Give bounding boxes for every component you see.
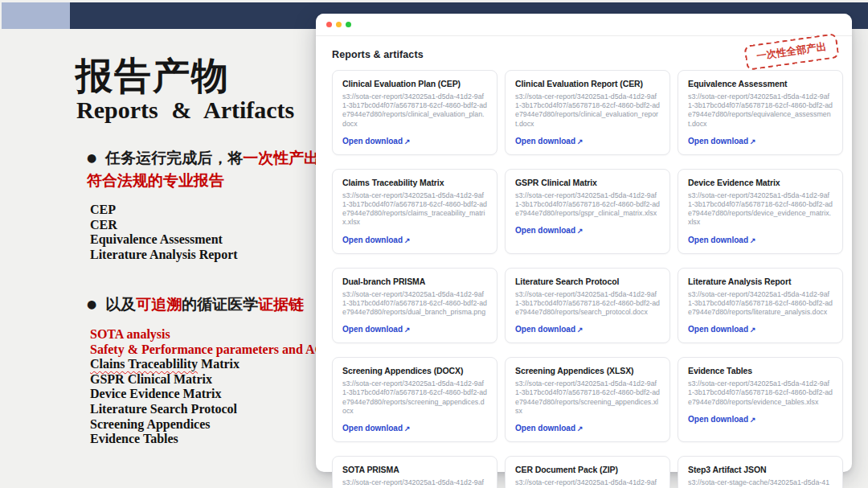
evidence-chain-list: SOTA analysisSafety & Performance parame… (90, 327, 324, 447)
external-link-icon: ↗ (577, 137, 583, 146)
window-close-button[interactable] (326, 22, 332, 27)
artifact-title: Device Evidence Matrix (688, 178, 833, 188)
artifact-title: Clinical Evaluation Plan (CEP) (342, 79, 487, 89)
evidence-item-label: Matrix (198, 357, 240, 371)
artifact-title: Screening Appendices (XLSX) (515, 366, 660, 376)
artifact-title: Step3 Artifact JSON (688, 465, 833, 475)
evidence-item: Evidence Tables (90, 432, 324, 447)
accent-bar-light (2, 2, 70, 29)
artifact-title: Claims Traceability Matrix (342, 178, 487, 188)
external-link-icon: ↗ (404, 137, 411, 146)
artifact-card: Screening Appendices (XLSX) s3://sota-ce… (505, 357, 670, 442)
artifact-s3-path: s3://sota-cer-report/342025a1-d5da-41d2-… (688, 290, 833, 318)
open-download-link[interactable]: Open download↗ (688, 236, 756, 244)
artifact-title: Evidence Tables (688, 366, 833, 376)
artifact-title: GSPR Clinical Matrix (515, 178, 660, 188)
bullet-point-evidence: ●以及可追溯的循证医学证据链 (87, 293, 344, 315)
artifact-s3-path: s3://sota-cer-report/342025a1-d5da-41d2-… (342, 191, 487, 228)
artifact-s3-path: s3://sota-cer-report/342025a1-d5da-41d2-… (342, 92, 487, 129)
evidence-item: Screening Appendices (90, 417, 324, 433)
external-link-icon: ↗ (577, 424, 583, 433)
open-download-label: Open download (342, 137, 403, 146)
misspelled-text: Clains Traceablility (90, 357, 198, 371)
window-titlebar (316, 14, 852, 36)
open-download-label: Open download (515, 226, 575, 235)
artifact-card: SOTA PRISMA s3://sota-cer-report/342025a… (332, 456, 497, 488)
artifact-s3-path: s3://sota-cer-report/342025a1-d5da-41d2-… (342, 290, 487, 318)
cards-grid: Clinical Evaluation Plan (CEP) s3://sota… (332, 70, 840, 488)
open-download-link[interactable]: Open download↗ (515, 226, 583, 235)
open-download-label: Open download (342, 325, 403, 334)
evidence-item: Safety & Performance parameters and AC (90, 342, 324, 358)
artifact-s3-path: s3://sota-cer-report/342025a1-d5da-41d2-… (515, 478, 660, 488)
artifact-s3-path: s3://sota-cer-report/342025a1-d5da-41d2-… (688, 191, 833, 228)
open-download-label: Open download (342, 236, 403, 244)
window-body: Reports & artifacts 一次性全部产出 Clinical Eva… (316, 36, 852, 488)
page-title-en: Reports & Artifacts (76, 96, 294, 124)
open-download-link[interactable]: Open download↗ (342, 325, 411, 334)
bullet-icon: ● (87, 297, 96, 310)
slide: 报告产物 Reports & Artifacts ●任务运行完成后，将一次性产出… (0, 0, 868, 488)
open-download-label: Open download (515, 137, 575, 146)
deliverable-item: CEP (90, 203, 238, 218)
artifact-s3-path: s3://sota-cer-report/342025a1-d5da-41d2-… (688, 92, 833, 129)
bullet1-highlight: 一次性产出 (243, 149, 319, 166)
evidence-item: SOTA analysis (90, 327, 324, 342)
open-download-label: Open download (688, 236, 748, 244)
deliverable-item: Literature Analysis Report (90, 248, 238, 263)
artifact-title: Clinical Evaluation Report (CER) (515, 79, 660, 89)
artifact-card: Clinical Evaluation Report (CER) s3://so… (505, 70, 670, 155)
artifact-s3-path: s3://sota-cer-report/342025a1-d5da-41d2-… (515, 290, 660, 318)
bullet2-text2: 的循证医学 (182, 295, 258, 313)
open-download-link[interactable]: Open download↗ (342, 137, 411, 146)
bullet1-line2: 符合法规的专业报告 (87, 171, 224, 189)
artifact-card: Evidence Tables s3://sota-cer-report/342… (678, 357, 843, 442)
open-download-link[interactable]: Open download↗ (342, 424, 411, 433)
external-link-icon: ↗ (577, 227, 583, 235)
artifact-title: CER Document Pack (ZIP) (515, 465, 660, 475)
external-link-icon: ↗ (750, 326, 756, 334)
artifact-card: Claims Traceability Matrix s3://sota-cer… (332, 169, 497, 254)
artifact-s3-path: s3://sota-cer-report/342025a1-d5da-41d2-… (342, 478, 487, 488)
open-download-link[interactable]: Open download↗ (515, 137, 583, 146)
open-download-label: Open download (688, 325, 748, 334)
window-minimize-button[interactable] (336, 22, 342, 27)
artifact-card: Clinical Evaluation Plan (CEP) s3://sota… (332, 70, 497, 155)
page-title-zh: 报告产物 (76, 51, 230, 101)
bullet2-text1: 以及 (105, 295, 136, 313)
window-zoom-button[interactable] (346, 22, 351, 27)
open-download-link[interactable]: Open download↗ (515, 325, 583, 334)
evidence-item: Literature Search Protocol (90, 402, 324, 417)
artifact-s3-path: s3://sota-cer-report/342025a1-d5da-41d2-… (515, 191, 660, 219)
evidence-item: Clains Traceablility Matrix (90, 357, 324, 372)
artifact-s3-path: s3://sota-cer-report/342025a1-d5da-41d2-… (342, 379, 487, 416)
open-download-link[interactable]: Open download↗ (688, 137, 756, 146)
stamp-badge: 一次性全部产出 (743, 33, 839, 71)
artifact-title: Equivalence Assessment (688, 79, 833, 89)
artifact-card: Step3 Artifact JSON s3://sota-cer-stage-… (678, 456, 843, 488)
artifact-card: Literature Search Protocol s3://sota-cer… (505, 268, 670, 344)
open-download-link[interactable]: Open download↗ (342, 236, 411, 244)
bullet2-highlight1: 可追溯 (136, 295, 182, 313)
browser-window: Reports & artifacts 一次性全部产出 Clinical Eva… (316, 14, 852, 472)
evidence-item: GSPR Clinical Matrix (90, 372, 324, 388)
bullet2-highlight2: 证据链 (258, 295, 304, 313)
artifact-card: CER Document Pack (ZIP) s3://sota-cer-re… (505, 456, 670, 488)
open-download-link[interactable]: Open download↗ (688, 325, 756, 334)
artifact-title: Screening Appendices (DOCX) (342, 366, 487, 376)
bullet-icon: ● (87, 151, 96, 164)
external-link-icon: ↗ (404, 424, 411, 433)
deliverable-item: CER (90, 218, 238, 233)
artifact-s3-path: s3://sota-cer-report/342025a1-d5da-41d2-… (688, 379, 833, 407)
open-download-link[interactable]: Open download↗ (515, 424, 583, 433)
artifact-title: Dual-branch PRISMA (342, 277, 487, 287)
open-download-label: Open download (688, 415, 748, 424)
open-download-link[interactable]: Open download↗ (688, 415, 756, 424)
artifact-s3-path: s3://sota-cer-report/342025a1-d5da-41d2-… (515, 92, 660, 129)
artifact-title: Literature Search Protocol (515, 277, 660, 287)
deliverables-list: CEPCEREquivalence AssessmentLiterature A… (90, 203, 238, 262)
artifact-s3-path: s3://sota-cer-stage-cache/342025a1-d5da-… (688, 478, 833, 488)
external-link-icon: ↗ (577, 326, 583, 334)
artifact-card: Equivalence Assessment s3://sota-cer-rep… (678, 70, 843, 155)
external-link-icon: ↗ (404, 326, 411, 334)
